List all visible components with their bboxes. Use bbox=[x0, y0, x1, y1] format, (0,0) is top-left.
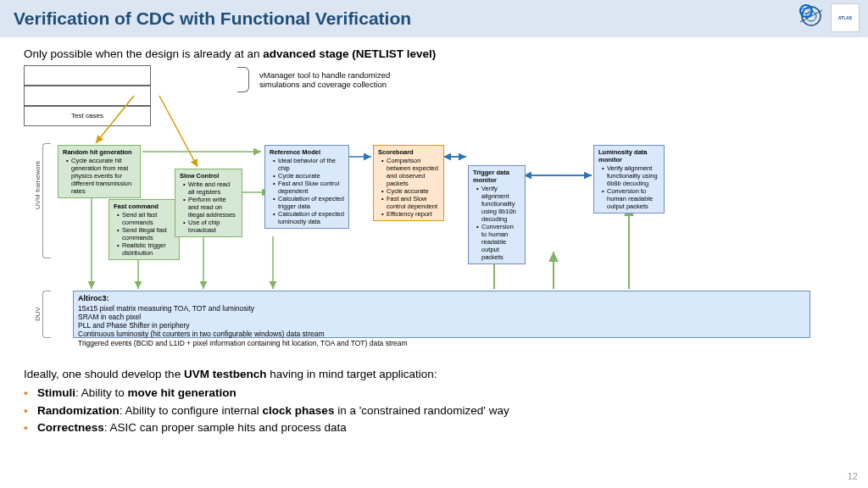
luminosity-monitor-box: Luminosity data monitorVerify alignment … bbox=[593, 145, 665, 214]
subtitle: Only possible when the design is already… bbox=[0, 37, 868, 64]
svg-point-0 bbox=[802, 7, 821, 25]
diagram-area: Test cases vManager tool to handle rando… bbox=[24, 65, 844, 336]
uvm-bracket bbox=[42, 143, 51, 258]
reference-model-box: Reference ModelIdeal behavior of the chi… bbox=[264, 145, 349, 229]
duv-label: DUV bbox=[34, 307, 42, 321]
testcases-box: Test cases bbox=[24, 106, 151, 126]
bullet-randomization: Randomization: Ability to configure inte… bbox=[24, 402, 509, 419]
altiroc-box: Altiroc3: 15x15 pixel matrix measuring T… bbox=[73, 291, 810, 338]
scoreboard-box: ScoreboardComparison between expected an… bbox=[373, 145, 444, 221]
bullet-stimuli: Stimuli: Ability to move hit generation bbox=[24, 385, 509, 402]
bottom-text: Ideally, one should develop the UVM test… bbox=[24, 366, 509, 436]
uvm-label: UVM framework bbox=[34, 161, 42, 209]
vmanager-note: vManager tool to handle randomized simul… bbox=[259, 70, 429, 89]
slow-control-box: Slow ControlWrite and read all registers… bbox=[175, 169, 242, 237]
svg-line-2 bbox=[800, 10, 822, 22]
svg-point-1 bbox=[806, 11, 816, 21]
page-number: 12 bbox=[848, 471, 858, 481]
testcases-stack bbox=[24, 65, 151, 86]
cern-logo bbox=[798, 3, 827, 32]
page-title: Verification of CDC with Functional Veri… bbox=[14, 8, 411, 29]
random-hit-box: Random hit generationCycle accurate hit … bbox=[58, 145, 141, 198]
trigger-monitor-box: Trigger data monitorVerify alignment fun… bbox=[468, 165, 526, 264]
bullet-correctness: Correctness: ASIC can proper sample hits… bbox=[24, 419, 509, 436]
duv-bracket bbox=[42, 291, 51, 338]
atlas-logo: ATLAS bbox=[831, 3, 860, 32]
fast-command-box: Fast commandSend all fast commandsSend i… bbox=[108, 199, 180, 260]
bracket-icon bbox=[237, 67, 249, 92]
testcases-stack bbox=[24, 86, 151, 106]
logo-area: ATLAS bbox=[798, 3, 860, 32]
svg-line-6 bbox=[159, 96, 198, 167]
